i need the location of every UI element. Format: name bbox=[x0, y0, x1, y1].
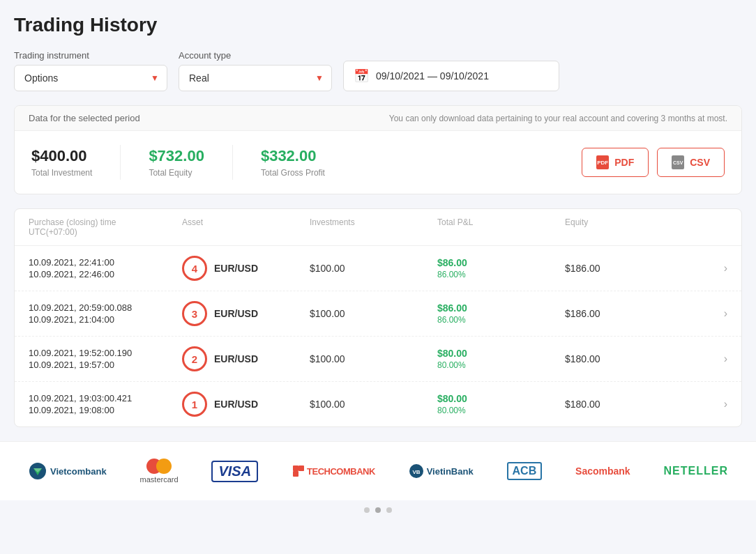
vietcombank-text: Vietcombank bbox=[50, 466, 107, 477]
data-section: Data for the selected period You can onl… bbox=[14, 105, 742, 194]
time-cell-1: 10.09.2021, 22:41:00 10.09.2021, 22:46:0… bbox=[29, 257, 182, 279]
pdf-icon: PDF bbox=[596, 155, 609, 169]
expand-row-4-button[interactable]: › bbox=[693, 398, 727, 410]
close-time-2: 10.09.2021, 21:04:00 bbox=[29, 314, 182, 325]
pnl-value-1: $86.00 bbox=[437, 257, 565, 268]
table-row: 10.09.2021, 19:03:00.421 10.09.2021, 19:… bbox=[15, 382, 741, 426]
asset-cell-4: 1 EUR/USD bbox=[182, 392, 310, 417]
total-investment-label: Total Investment bbox=[31, 168, 92, 178]
carousel-dot-2[interactable] bbox=[375, 507, 381, 513]
expand-row-2-button[interactable]: › bbox=[693, 307, 727, 320]
open-time-1: 10.09.2021, 22:41:00 bbox=[29, 257, 182, 268]
investment-cell-3: $100.00 bbox=[310, 353, 437, 364]
trade-badge-4: 1 bbox=[182, 392, 207, 417]
sacombank-logo: Sacombank bbox=[575, 465, 630, 477]
techcombank-text: TECHCOMBANK bbox=[307, 466, 375, 477]
data-notice-right: You can only download data pertaining to… bbox=[389, 114, 727, 123]
total-investment-stat: $400.00 Total Investment bbox=[31, 147, 92, 178]
vietinbank-icon: VB bbox=[409, 463, 424, 479]
download-buttons: PDF PDF CSV CSV bbox=[582, 148, 725, 177]
time-cell-3: 10.09.2021, 19:52:00.190 10.09.2021, 19:… bbox=[29, 348, 182, 370]
mastercard-text: mastercard bbox=[140, 475, 179, 484]
csv-button-label: CSV bbox=[690, 157, 710, 168]
date-range-picker[interactable]: 📅 09/10/2021 — 09/10/2021 bbox=[343, 61, 559, 91]
pnl-cell-4: $80.00 80.00% bbox=[437, 393, 565, 415]
trade-badge-3: 2 bbox=[182, 346, 207, 371]
investment-cell-2: $100.00 bbox=[310, 308, 437, 319]
pnl-percent-2: 86.00% bbox=[437, 315, 565, 325]
table-row: 10.09.2021, 22:41:00 10.09.2021, 22:46:0… bbox=[15, 246, 741, 291]
investment-cell-4: $100.00 bbox=[310, 399, 437, 410]
col-header-investments: Investments bbox=[310, 217, 437, 237]
data-notice-left: Data for the selected period bbox=[29, 113, 140, 123]
time-cell-4: 10.09.2021, 19:03:00.421 10.09.2021, 19:… bbox=[29, 393, 182, 415]
trades-table: Purchase (closing) time UTC(+07:00) Asse… bbox=[14, 208, 742, 427]
pnl-percent-4: 80.00% bbox=[437, 406, 565, 415]
expand-row-3-button[interactable]: › bbox=[693, 353, 727, 365]
table-header: Purchase (closing) time UTC(+07:00) Asse… bbox=[15, 209, 741, 246]
carousel-dot-1[interactable] bbox=[364, 507, 370, 513]
svg-text:VB: VB bbox=[412, 469, 420, 475]
total-equity-stat: $732.00 Total Equity bbox=[149, 147, 204, 178]
col-header-asset: Asset bbox=[182, 217, 310, 237]
svg-rect-2 bbox=[298, 465, 304, 471]
col-header-equity: Equity bbox=[565, 217, 693, 237]
col-header-time-line2: UTC(+07:00) bbox=[29, 227, 182, 237]
account-type-select[interactable]: Real bbox=[179, 65, 332, 91]
equity-cell-2: $186.00 bbox=[565, 308, 693, 319]
trade-badge-1: 4 bbox=[182, 256, 207, 281]
account-type-label: Account type bbox=[179, 50, 332, 61]
open-time-2: 10.09.2021, 20:59:00.088 bbox=[29, 302, 182, 313]
header: Trading History bbox=[0, 0, 756, 43]
asset-name-4: EUR/USD bbox=[214, 399, 258, 410]
asset-name-1: EUR/USD bbox=[214, 263, 258, 274]
open-time-4: 10.09.2021, 19:03:00.421 bbox=[29, 393, 182, 403]
asset-name-3: EUR/USD bbox=[214, 353, 258, 364]
trading-instrument-group: Trading instrument Options ▼ bbox=[14, 50, 167, 91]
mastercard-logo: mastercard bbox=[140, 459, 179, 484]
pnl-value-4: $80.00 bbox=[437, 393, 565, 404]
open-time-3: 10.09.2021, 19:52:00.190 bbox=[29, 348, 182, 358]
trade-badge-2: 3 bbox=[182, 301, 207, 326]
total-investment-value: $400.00 bbox=[31, 147, 92, 165]
total-gross-profit-value: $332.00 bbox=[261, 147, 325, 165]
asset-name-2: EUR/USD bbox=[214, 308, 258, 319]
close-time-4: 10.09.2021, 19:08:00 bbox=[29, 405, 182, 415]
trading-instrument-wrapper: Options ▼ bbox=[14, 65, 167, 91]
total-equity-label: Total Equity bbox=[149, 168, 204, 178]
pdf-download-button[interactable]: PDF PDF bbox=[582, 148, 649, 177]
expand-row-1-button[interactable]: › bbox=[693, 262, 727, 275]
csv-download-button[interactable]: CSV CSV bbox=[657, 148, 725, 177]
stat-divider-2 bbox=[232, 145, 233, 180]
vietinbank-text: VietinBank bbox=[427, 466, 474, 477]
data-notice: Data for the selected period You can onl… bbox=[15, 106, 741, 131]
pnl-cell-3: $80.00 80.00% bbox=[437, 348, 565, 370]
acb-logo: ACB bbox=[507, 462, 543, 480]
asset-cell-3: 2 EUR/USD bbox=[182, 346, 310, 371]
stats-row: $400.00 Total Investment $732.00 Total E… bbox=[15, 131, 741, 194]
col-header-time: Purchase (closing) time UTC(+07:00) bbox=[29, 217, 182, 237]
col-header-time-line1: Purchase (closing) time bbox=[29, 217, 182, 227]
equity-cell-3: $180.00 bbox=[565, 353, 693, 364]
trading-instrument-select[interactable]: Options bbox=[14, 65, 167, 91]
table-row: 10.09.2021, 20:59:00.088 10.09.2021, 21:… bbox=[15, 291, 741, 337]
table-row: 10.09.2021, 19:52:00.190 10.09.2021, 19:… bbox=[15, 337, 741, 382]
asset-cell-2: 3 EUR/USD bbox=[182, 301, 310, 326]
vietinbank-logo: VB VietinBank bbox=[409, 463, 474, 479]
total-equity-value: $732.00 bbox=[149, 147, 204, 165]
account-type-wrapper: Real ▼ bbox=[179, 65, 332, 91]
equity-cell-1: $186.00 bbox=[565, 263, 693, 274]
date-range-text: 09/10/2021 — 09/10/2021 bbox=[376, 70, 489, 82]
footer-logos: Vietcombank mastercard VISA TECHCOMBANK bbox=[0, 441, 756, 500]
time-cell-2: 10.09.2021, 20:59:00.088 10.09.2021, 21:… bbox=[29, 302, 182, 325]
pnl-cell-1: $86.00 86.00% bbox=[437, 257, 565, 279]
csv-icon: CSV bbox=[672, 155, 684, 169]
account-type-group: Account type Real ▼ bbox=[179, 50, 332, 91]
filters-section: Trading instrument Options ▼ Account typ… bbox=[0, 43, 756, 105]
vietcombank-logo: Vietcombank bbox=[28, 461, 107, 481]
page-title: Trading History bbox=[14, 14, 742, 36]
carousel-dots bbox=[0, 500, 756, 524]
asset-cell-1: 4 EUR/USD bbox=[182, 256, 310, 281]
carousel-dot-3[interactable] bbox=[386, 507, 392, 513]
equity-cell-4: $180.00 bbox=[565, 399, 693, 410]
